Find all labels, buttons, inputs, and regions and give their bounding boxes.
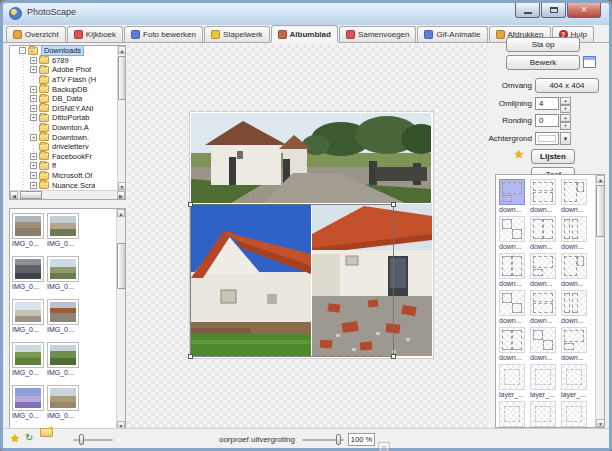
expand-icon[interactable]: +	[30, 153, 37, 160]
stepper-down-icon[interactable]: ▼	[560, 122, 571, 130]
scroll-right-icon[interactable]: ▶	[117, 191, 125, 199]
tree-item[interactable]: + Downtown.	[10, 132, 117, 142]
scroll-up-icon[interactable]: ▲	[596, 175, 605, 183]
template-item[interactable]: down...	[499, 179, 530, 215]
thumbnail-scroll-thumb[interactable]	[117, 243, 126, 289]
thumbnail-item[interactable]: IMG_0...	[47, 213, 82, 255]
template-item[interactable]: layer_...	[561, 364, 592, 400]
selection-rectangle[interactable]	[190, 204, 394, 357]
template-item[interactable]: down...	[561, 253, 592, 289]
thumbnail-item[interactable]: IMG_0...	[47, 342, 82, 384]
rounding-stepper[interactable]: ▲▼	[560, 114, 571, 127]
tree-vertical-scrollbar[interactable]: ▲ ▼	[117, 46, 125, 190]
tree-item[interactable]: + BackupDB	[10, 84, 117, 94]
tree-item[interactable]: + 6789	[10, 56, 117, 66]
template-scroll-thumb[interactable]	[596, 185, 605, 237]
selection-handle-bottom-right[interactable]	[391, 354, 396, 359]
background-color-dropdown[interactable]: ▼	[560, 132, 571, 145]
close-button[interactable]: ✕	[567, 3, 601, 18]
tree-scroll-thumb[interactable]	[118, 56, 126, 100]
tree-item[interactable]: + Nuance.Scra	[10, 180, 117, 190]
expand-icon[interactable]: +	[30, 182, 37, 189]
expand-icon[interactable]: +	[30, 66, 37, 73]
thumbnail-scrollbar[interactable]: ▲ ▼	[116, 209, 125, 429]
thumbnail-item[interactable]: IMG_0...	[47, 385, 82, 427]
album-canvas[interactable]	[127, 44, 491, 431]
thumbnail-item[interactable]: IMG_0...	[12, 385, 47, 427]
template-item[interactable]: down...	[530, 216, 561, 252]
background-color-swatch[interactable]	[535, 132, 559, 145]
template-item[interactable]: layer_...	[530, 401, 561, 427]
tab[interactable]: Samenvoegen	[339, 26, 417, 42]
collapse-icon[interactable]: -	[19, 47, 26, 54]
rounding-input[interactable]: 0	[535, 114, 559, 127]
template-item[interactable]: down...	[499, 327, 530, 363]
tree-hscroll-thumb[interactable]	[20, 191, 42, 199]
scroll-down-icon[interactable]: ▼	[596, 419, 605, 427]
template-item[interactable]: down...	[561, 179, 592, 215]
selection-handle-top-right[interactable]	[391, 202, 396, 207]
thumbnail-item[interactable]: IMG_0...	[12, 256, 47, 298]
album-page[interactable]	[190, 112, 433, 358]
outline-input[interactable]: 4	[535, 97, 559, 110]
tree-item[interactable]: + DB_Data	[10, 94, 117, 104]
template-item[interactable]: down...	[530, 290, 561, 326]
template-item[interactable]: down...	[499, 216, 530, 252]
tab[interactable]: Albumblad	[271, 25, 338, 42]
tab[interactable]: Kijkboek	[67, 26, 123, 42]
tree-item[interactable]: + ff	[10, 161, 117, 171]
edit-button[interactable]: Bewerk	[506, 55, 580, 70]
template-item[interactable]: layer_...	[530, 364, 561, 400]
template-item[interactable]: down...	[499, 290, 530, 326]
tree-item[interactable]: + Microsoft.Of	[10, 171, 117, 181]
expand-icon[interactable]: +	[30, 95, 37, 102]
stepper-up-icon[interactable]: ▲	[560, 97, 571, 105]
scroll-left-icon[interactable]: ◀	[10, 191, 18, 199]
minimize-button[interactable]	[515, 3, 540, 18]
thumbnail-item[interactable]: IMG_0...	[47, 256, 82, 298]
folder-view-icon[interactable]	[40, 428, 53, 437]
selection-handle-top-left[interactable]	[188, 202, 193, 207]
page-list-icon[interactable]	[583, 56, 596, 68]
tree-item[interactable]: + DittoPortab	[10, 113, 117, 123]
refresh-icon[interactable]: ↻	[25, 433, 33, 443]
template-scrollbar[interactable]: ▲ ▼	[595, 175, 604, 427]
tree-item[interactable]: + DISNEY.ANI	[10, 104, 117, 114]
scroll-down-icon[interactable]: ▼	[118, 182, 126, 190]
template-item[interactable]: down...	[499, 253, 530, 289]
template-item[interactable]: down...	[561, 327, 592, 363]
expand-icon[interactable]: +	[30, 86, 37, 93]
expand-icon[interactable]: +	[30, 162, 37, 169]
actual-size-icon[interactable]	[378, 442, 390, 451]
hscroll-track[interactable]	[42, 191, 117, 199]
maximize-button[interactable]	[541, 3, 566, 18]
tab[interactable]: Overzicht	[6, 26, 66, 42]
tree-item[interactable]: + driveletterv	[10, 142, 117, 152]
tree-item[interactable]: + FacebookFr	[10, 152, 117, 162]
template-item[interactable]: layer_...	[561, 401, 592, 427]
selection-handle-bottom-left[interactable]	[188, 354, 193, 359]
template-item[interactable]: down...	[561, 290, 592, 326]
template-item[interactable]: down...	[561, 216, 592, 252]
tree-item-downloads[interactable]: - Downloads	[10, 46, 117, 56]
tree-item[interactable]: + Downton.A	[10, 123, 117, 133]
thumbnail-size-slider-thumb[interactable]	[79, 434, 84, 445]
template-item[interactable]: down...	[530, 179, 561, 215]
thumbnail-item[interactable]: IMG_0...	[47, 299, 82, 341]
collage-photo-top[interactable]	[191, 113, 431, 203]
tree-item[interactable]: + aTV Flash (H	[10, 75, 117, 85]
scroll-up-icon[interactable]: ▲	[118, 46, 126, 54]
size-value-button[interactable]: 404 x 404	[535, 78, 599, 93]
expand-icon[interactable]: +	[30, 114, 37, 121]
expand-icon[interactable]: +	[30, 57, 37, 64]
outline-stepper[interactable]: ▲▼	[560, 97, 571, 110]
stepper-down-icon[interactable]: ▼	[560, 105, 571, 113]
scroll-up-icon[interactable]: ▲	[117, 209, 125, 217]
template-item[interactable]: down...	[530, 253, 561, 289]
template-item[interactable]: layer_...	[499, 401, 530, 427]
favorites-star-icon[interactable]: ★	[10, 432, 20, 445]
stepper-up-icon[interactable]: ▲	[560, 114, 571, 122]
tab[interactable]: Foto bewerken	[124, 26, 203, 42]
save-button[interactable]: Sla op	[506, 37, 580, 52]
expand-icon[interactable]: +	[30, 172, 37, 179]
